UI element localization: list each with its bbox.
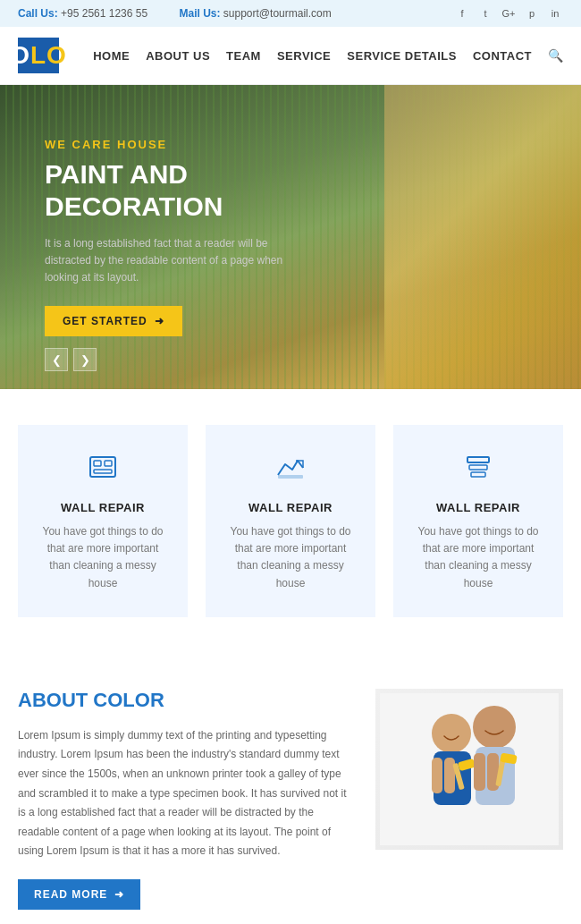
get-started-button[interactable]: GET STARTED ➜	[45, 306, 182, 336]
people-svg	[380, 693, 559, 845]
hero-arrows: ❮ ❯	[45, 348, 97, 371]
svg-rect-4	[278, 475, 303, 479]
mail-label[interactable]: Mail Us:	[179, 7, 220, 20]
nav-contact[interactable]: CONTACT	[473, 49, 532, 63]
wall-repair-icon-2	[223, 450, 358, 488]
about-brand: COLOR	[93, 689, 164, 711]
nav-team[interactable]: TEAM	[226, 49, 261, 63]
about-image	[375, 689, 563, 850]
services-section: WALL REPAIR You have got things to do th…	[0, 389, 581, 653]
get-started-label: GET STARTED	[63, 315, 147, 327]
logo: COLOR	[18, 38, 59, 73]
pinterest-icon[interactable]: p	[524, 5, 540, 21]
svg-point-15	[473, 706, 516, 749]
prev-arrow[interactable]: ❮	[45, 348, 68, 371]
svg-rect-11	[432, 758, 442, 793]
linkedin-icon[interactable]: in	[547, 5, 563, 21]
service-title-1: WALL REPAIR	[36, 501, 170, 514]
svg-rect-12	[444, 758, 455, 793]
logo-text: COLOR	[0, 41, 86, 70]
svg-rect-2	[105, 461, 112, 466]
service-desc-3: You have got things to do that are more …	[411, 523, 545, 592]
about-prefix: ABOUT	[18, 689, 93, 711]
googleplus-icon[interactable]: G+	[501, 5, 517, 21]
about-text: ABOUT COLOR Lorem Ipsum is simply dummy …	[18, 689, 349, 910]
header: COLOR HOME ABOUT US TEAM SERVICE SERVICE…	[0, 27, 581, 85]
arrow-right-icon: ➜	[114, 888, 124, 901]
svg-rect-5	[467, 457, 489, 462]
facebook-icon[interactable]: f	[454, 5, 470, 21]
svg-rect-3	[94, 470, 112, 473]
svg-rect-6	[469, 465, 487, 470]
svg-point-9	[432, 714, 471, 753]
hero-content: WE CARE HOUSE PAINT AND DECORATION It is…	[0, 102, 358, 373]
logo-box: COLOR	[18, 38, 59, 73]
logo-co: CO	[0, 41, 30, 69]
mail-email: support@tourmail.com	[223, 7, 332, 20]
service-title-3: WALL REPAIR	[411, 501, 545, 514]
logo-r: R	[67, 41, 86, 69]
top-bar: Call Us: +95 2561 1236 55 Mail Us: suppo…	[0, 0, 581, 27]
svg-rect-1	[94, 461, 101, 466]
svg-rect-7	[471, 472, 485, 477]
call-number: +95 2561 1236 55	[61, 7, 147, 20]
hero-section: WE CARE HOUSE PAINT AND DECORATION It is…	[0, 85, 581, 389]
read-more-button[interactable]: READ MORE ➜	[18, 879, 140, 910]
service-desc-2: You have got things to do that are more …	[223, 523, 358, 592]
twitter-icon[interactable]: t	[477, 5, 493, 21]
hero-subtitle: WE CARE HOUSE	[45, 138, 313, 151]
nav-service-details[interactable]: SERVICE DETAILS	[347, 49, 457, 63]
wall-repair-icon-1	[36, 450, 170, 488]
service-desc-1: You have got things to do that are more …	[36, 523, 170, 592]
services-grid: WALL REPAIR You have got things to do th…	[18, 425, 563, 617]
arrow-icon: ➜	[155, 315, 164, 327]
about-description: Lorem Ipsum is simply dummy text of the …	[18, 726, 349, 861]
call-label[interactable]: Call Us:	[18, 7, 58, 20]
search-icon[interactable]: 🔍	[548, 48, 563, 63]
read-more-label: READ MORE	[34, 888, 107, 901]
about-heading: ABOUT COLOR	[18, 689, 349, 712]
top-bar-contact: Call Us: +95 2561 1236 55 Mail Us: suppo…	[18, 7, 360, 20]
svg-rect-17	[474, 753, 485, 791]
hero-description: It is a long established fact that a rea…	[45, 235, 295, 287]
nav-about[interactable]: ABOUT US	[146, 49, 210, 63]
service-title-2: WALL REPAIR	[223, 501, 358, 514]
service-card-3: WALL REPAIR You have got things to do th…	[393, 425, 563, 617]
main-nav: HOME ABOUT US TEAM SERVICE SERVICE DETAI…	[93, 48, 563, 63]
service-card-2: WALL REPAIR You have got things to do th…	[206, 425, 375, 617]
nav-service[interactable]: SERVICE	[277, 49, 331, 63]
about-section: ABOUT COLOR Lorem Ipsum is simply dummy …	[0, 653, 581, 924]
logo-lo: LO	[30, 41, 67, 69]
next-arrow[interactable]: ❯	[73, 348, 97, 371]
nav-home[interactable]: HOME	[93, 49, 130, 63]
hero-right-panel	[384, 85, 581, 389]
social-links: f t G+ p in	[454, 5, 563, 21]
call-info: Call Us: +95 2561 1236 55	[18, 7, 164, 20]
wall-repair-icon-3	[411, 450, 545, 488]
service-card-1: WALL REPAIR You have got things to do th…	[18, 425, 188, 617]
hero-title: PAINT AND DECORATION	[45, 158, 313, 223]
mail-info: Mail Us: support@tourmail.com	[179, 7, 345, 20]
